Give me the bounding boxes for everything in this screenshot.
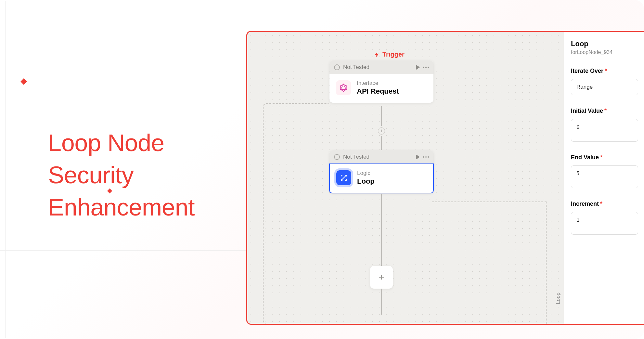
add-node-inline-button[interactable]: + bbox=[378, 127, 385, 135]
node-status: Not Tested bbox=[343, 154, 369, 160]
flow-connector bbox=[381, 106, 382, 126]
more-icon[interactable] bbox=[423, 67, 429, 68]
flow-connector bbox=[381, 136, 382, 150]
status-circle-icon bbox=[334, 64, 340, 70]
svg-point-4 bbox=[346, 89, 347, 90]
diamond-decoration bbox=[20, 78, 27, 85]
field-label-end-value: End Value* bbox=[571, 154, 638, 161]
node-category: Logic bbox=[357, 170, 375, 176]
flow-connector bbox=[381, 194, 382, 266]
node-title: Loop bbox=[357, 177, 375, 186]
loop-boundary bbox=[432, 202, 547, 202]
node-status: Not Tested bbox=[343, 64, 369, 71]
iterate-over-select[interactable]: Range bbox=[571, 79, 638, 95]
play-icon[interactable] bbox=[416, 65, 420, 70]
field-label-initial-value: Initial Value* bbox=[571, 108, 638, 114]
initial-value-input[interactable]: 0 bbox=[571, 119, 638, 142]
increment-input[interactable]: 1 bbox=[571, 212, 638, 235]
svg-point-5 bbox=[343, 91, 344, 92]
end-value-input[interactable]: 5 bbox=[571, 165, 638, 188]
add-node-button[interactable]: + bbox=[370, 266, 393, 289]
props-node-id: forLoopNode_934 bbox=[571, 49, 638, 55]
svg-point-3 bbox=[340, 89, 341, 90]
loop-icon bbox=[336, 170, 351, 185]
trigger-text: Trigger bbox=[382, 51, 405, 58]
more-icon[interactable] bbox=[423, 156, 429, 158]
properties-panel: Loop forLoopNode_934 Iterate Over* Range… bbox=[564, 32, 644, 324]
field-label-increment: Increment* bbox=[571, 201, 638, 207]
graphql-icon bbox=[336, 80, 351, 95]
loop-region-label: Loop bbox=[555, 293, 561, 304]
flow-node-loop[interactable]: Not Tested Logic Loop bbox=[329, 150, 433, 193]
field-label-iterate-over: Iterate Over* bbox=[571, 68, 638, 74]
page-title: Loop Node Security Enhancement bbox=[48, 127, 195, 223]
flow-canvas[interactable]: Trigger + + Not Tested bbox=[246, 31, 644, 325]
props-title: Loop bbox=[571, 40, 638, 48]
trigger-label: Trigger bbox=[374, 51, 405, 58]
flow-connector bbox=[381, 289, 382, 315]
svg-point-2 bbox=[346, 85, 347, 86]
bolt-icon bbox=[374, 52, 380, 58]
node-header: Not Tested bbox=[329, 60, 433, 74]
loop-boundary bbox=[263, 103, 331, 324]
node-title: API Request bbox=[357, 87, 399, 96]
svg-point-0 bbox=[343, 84, 344, 85]
node-header: Not Tested bbox=[329, 150, 433, 164]
play-icon[interactable] bbox=[416, 154, 420, 160]
svg-point-1 bbox=[340, 85, 341, 86]
status-circle-icon bbox=[334, 154, 340, 160]
flow-node-api-request[interactable]: Not Tested Interface API Request bbox=[329, 60, 433, 103]
node-category: Interface bbox=[357, 80, 399, 86]
loop-boundary bbox=[546, 202, 547, 324]
